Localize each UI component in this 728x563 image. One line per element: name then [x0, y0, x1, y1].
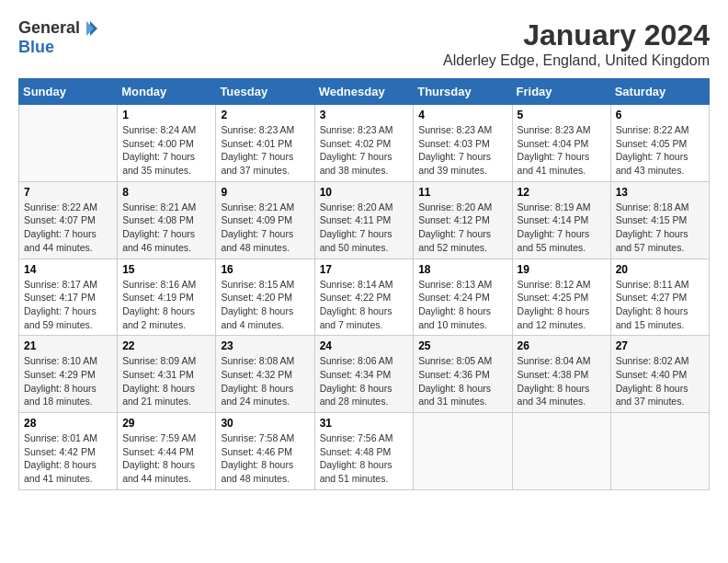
day-info: Sunrise: 7:58 AM Sunset: 4:46 PM Dayligh…: [221, 431, 309, 486]
day-number: 2: [221, 109, 309, 121]
calendar-day-header: Saturday: [610, 79, 709, 105]
month-year-title: January 2024: [443, 18, 710, 52]
day-info: Sunrise: 8:17 AM Sunset: 4:17 PM Dayligh…: [24, 278, 112, 332]
calendar-cell: 14Sunrise: 8:17 AM Sunset: 4:17 PM Dayli…: [19, 259, 118, 336]
day-number: 7: [24, 186, 112, 199]
calendar-cell: 23Sunrise: 8:08 AM Sunset: 4:32 PM Dayli…: [216, 336, 314, 413]
day-number: 22: [122, 339, 210, 352]
title-area: January 2024 Alderley Edge, England, Uni…: [443, 18, 710, 69]
calendar-header-row: SundayMondayTuesdayWednesdayThursdayFrid…: [19, 79, 710, 105]
day-number: 13: [616, 186, 704, 199]
calendar-cell: 8Sunrise: 8:21 AM Sunset: 4:08 PM Daylig…: [118, 181, 216, 259]
calendar-cell: 13Sunrise: 8:18 AM Sunset: 4:15 PM Dayli…: [610, 181, 709, 259]
day-number: 6: [616, 109, 704, 121]
day-number: 1: [122, 109, 210, 121]
day-number: 31: [320, 417, 409, 430]
day-info: Sunrise: 8:22 AM Sunset: 4:07 PM Dayligh…: [24, 201, 112, 255]
day-number: 28: [24, 417, 112, 430]
day-number: 17: [320, 263, 409, 276]
day-info: Sunrise: 8:24 AM Sunset: 4:00 PM Dayligh…: [122, 123, 210, 178]
calendar-cell: 21Sunrise: 8:10 AM Sunset: 4:29 PM Dayli…: [19, 336, 118, 413]
calendar-table: SundayMondayTuesdayWednesdayThursdayFrid…: [18, 78, 710, 490]
calendar-cell: 24Sunrise: 8:06 AM Sunset: 4:34 PM Dayli…: [314, 336, 414, 413]
day-number: 15: [122, 263, 210, 276]
day-info: Sunrise: 7:59 AM Sunset: 4:44 PM Dayligh…: [122, 431, 210, 486]
calendar-day-header: Monday: [118, 79, 216, 105]
calendar-week-row: 7Sunrise: 8:22 AM Sunset: 4:07 PM Daylig…: [19, 181, 710, 259]
day-number: 27: [616, 339, 704, 352]
day-info: Sunrise: 8:23 AM Sunset: 4:03 PM Dayligh…: [418, 123, 506, 178]
day-number: 14: [24, 263, 112, 276]
day-number: 20: [616, 263, 704, 276]
day-number: 30: [221, 417, 309, 430]
calendar-cell: 1Sunrise: 8:24 AM Sunset: 4:00 PM Daylig…: [118, 105, 216, 182]
day-info: Sunrise: 8:16 AM Sunset: 4:19 PM Dayligh…: [122, 278, 210, 332]
day-info: Sunrise: 8:10 AM Sunset: 4:29 PM Dayligh…: [24, 354, 112, 408]
day-info: Sunrise: 8:23 AM Sunset: 4:04 PM Dayligh…: [518, 123, 606, 178]
calendar-day-header: Friday: [512, 79, 610, 105]
day-number: 23: [221, 339, 309, 352]
calendar-week-row: 14Sunrise: 8:17 AM Sunset: 4:17 PM Dayli…: [19, 259, 710, 336]
calendar-cell: 15Sunrise: 8:16 AM Sunset: 4:19 PM Dayli…: [118, 259, 216, 336]
calendar-cell: 29Sunrise: 7:59 AM Sunset: 4:44 PM Dayli…: [118, 413, 216, 490]
day-number: 9: [221, 186, 309, 199]
day-info: Sunrise: 8:13 AM Sunset: 4:24 PM Dayligh…: [418, 278, 506, 332]
day-number: 12: [518, 186, 606, 199]
calendar-cell: 16Sunrise: 8:15 AM Sunset: 4:20 PM Dayli…: [216, 259, 314, 336]
day-info: Sunrise: 8:11 AM Sunset: 4:27 PM Dayligh…: [616, 278, 704, 332]
day-info: Sunrise: 8:09 AM Sunset: 4:31 PM Dayligh…: [122, 354, 210, 408]
location-subtitle: Alderley Edge, England, United Kingdom: [443, 52, 710, 69]
calendar-cell: [414, 413, 512, 490]
day-info: Sunrise: 8:12 AM Sunset: 4:25 PM Dayligh…: [518, 278, 606, 332]
day-number: 3: [320, 109, 409, 121]
day-info: Sunrise: 8:06 AM Sunset: 4:34 PM Dayligh…: [320, 354, 409, 408]
day-number: 11: [418, 186, 506, 199]
calendar-cell: 31Sunrise: 7:56 AM Sunset: 4:48 PM Dayli…: [314, 413, 414, 490]
day-info: Sunrise: 8:23 AM Sunset: 4:02 PM Dayligh…: [320, 123, 409, 178]
day-info: Sunrise: 8:19 AM Sunset: 4:14 PM Dayligh…: [518, 201, 606, 255]
calendar-cell: 10Sunrise: 8:20 AM Sunset: 4:11 PM Dayli…: [314, 181, 414, 259]
calendar-cell: 20Sunrise: 8:11 AM Sunset: 4:27 PM Dayli…: [610, 259, 709, 336]
day-number: 8: [122, 186, 210, 199]
day-number: 10: [320, 186, 409, 199]
day-info: Sunrise: 8:20 AM Sunset: 4:11 PM Dayligh…: [320, 201, 409, 255]
calendar-cell: 17Sunrise: 8:14 AM Sunset: 4:22 PM Dayli…: [314, 259, 414, 336]
calendar-cell: [512, 413, 610, 490]
calendar-day-header: Tuesday: [216, 79, 314, 105]
day-info: Sunrise: 8:08 AM Sunset: 4:32 PM Dayligh…: [221, 354, 309, 408]
calendar-cell: 11Sunrise: 8:20 AM Sunset: 4:12 PM Dayli…: [414, 181, 512, 259]
calendar-cell: 12Sunrise: 8:19 AM Sunset: 4:14 PM Dayli…: [512, 181, 610, 259]
logo-blue-text: Blue: [18, 38, 54, 57]
day-number: 4: [418, 109, 506, 121]
day-info: Sunrise: 8:18 AM Sunset: 4:15 PM Dayligh…: [616, 201, 704, 255]
day-number: 24: [320, 339, 409, 352]
calendar-cell: 22Sunrise: 8:09 AM Sunset: 4:31 PM Dayli…: [118, 336, 216, 413]
logo: General Blue: [18, 18, 99, 57]
day-number: 29: [122, 417, 210, 430]
header: General Blue January 2024 Alderley Edge,…: [18, 18, 710, 69]
calendar-cell: 9Sunrise: 8:21 AM Sunset: 4:09 PM Daylig…: [216, 181, 314, 259]
calendar-cell: 19Sunrise: 8:12 AM Sunset: 4:25 PM Dayli…: [512, 259, 610, 336]
day-info: Sunrise: 8:02 AM Sunset: 4:40 PM Dayligh…: [616, 354, 704, 408]
day-number: 18: [418, 263, 506, 276]
calendar-cell: [610, 413, 709, 490]
calendar-cell: 18Sunrise: 8:13 AM Sunset: 4:24 PM Dayli…: [414, 259, 512, 336]
calendar-cell: 5Sunrise: 8:23 AM Sunset: 4:04 PM Daylig…: [512, 105, 610, 182]
calendar-week-row: 21Sunrise: 8:10 AM Sunset: 4:29 PM Dayli…: [19, 336, 710, 413]
calendar-cell: [19, 105, 118, 182]
day-info: Sunrise: 8:01 AM Sunset: 4:42 PM Dayligh…: [24, 431, 112, 486]
day-info: Sunrise: 7:56 AM Sunset: 4:48 PM Dayligh…: [320, 431, 409, 486]
calendar-cell: 3Sunrise: 8:23 AM Sunset: 4:02 PM Daylig…: [314, 105, 414, 182]
day-info: Sunrise: 8:21 AM Sunset: 4:09 PM Dayligh…: [221, 201, 309, 255]
logo-general-text: General: [18, 18, 80, 38]
day-info: Sunrise: 8:23 AM Sunset: 4:01 PM Dayligh…: [221, 123, 309, 178]
day-info: Sunrise: 8:04 AM Sunset: 4:38 PM Dayligh…: [518, 354, 606, 408]
calendar-day-header: Thursday: [414, 79, 512, 105]
day-info: Sunrise: 8:15 AM Sunset: 4:20 PM Dayligh…: [221, 278, 309, 332]
day-info: Sunrise: 8:20 AM Sunset: 4:12 PM Dayligh…: [418, 201, 506, 255]
day-number: 25: [418, 339, 506, 352]
calendar-day-header: Sunday: [19, 79, 118, 105]
calendar-cell: 6Sunrise: 8:22 AM Sunset: 4:05 PM Daylig…: [610, 105, 709, 182]
calendar-cell: 30Sunrise: 7:58 AM Sunset: 4:46 PM Dayli…: [216, 413, 314, 490]
calendar-cell: 4Sunrise: 8:23 AM Sunset: 4:03 PM Daylig…: [414, 105, 512, 182]
